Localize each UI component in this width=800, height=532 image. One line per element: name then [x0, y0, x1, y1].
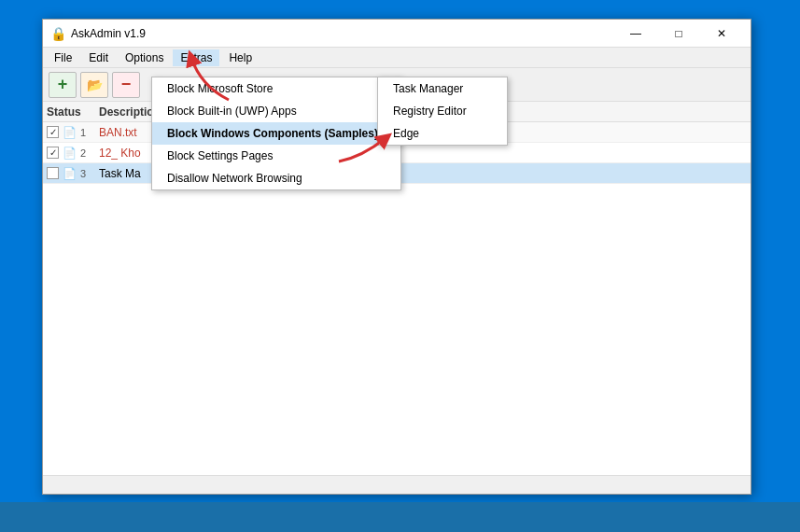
menu-extras[interactable]: Extras [173, 49, 219, 66]
file-icon-2: 📄 [63, 147, 77, 160]
submenu-task-manager[interactable]: Task Manager [378, 77, 507, 100]
row-num-3: 3 [80, 168, 86, 179]
file-icon-1: 📄 [63, 126, 77, 139]
add-button[interactable]: + [49, 72, 77, 98]
menu-bar: File Edit Options Extras Help [43, 48, 751, 68]
delete-button[interactable]: − [112, 72, 140, 98]
submenu-edge[interactable]: Edge [378, 122, 507, 145]
menu-file[interactable]: File [47, 49, 79, 66]
row-num-1: 1 [80, 127, 86, 138]
dropdown-item-block-components[interactable]: Block Windows Components (Samples) ▶ [152, 122, 400, 145]
delete-icon: − [121, 75, 132, 94]
edit-icon: 📂 [87, 77, 103, 92]
status-bar [43, 475, 751, 494]
dropdown-label: Block Settings Pages [167, 149, 273, 162]
title-bar: 🔒 AskAdmin v1.9 — □ ✕ [43, 20, 751, 48]
add-icon: + [58, 75, 68, 94]
submenu-registry-editor[interactable]: Registry Editor [378, 100, 507, 122]
row-status-3: 📄 3 [43, 167, 99, 180]
dropdown-item-block-settings[interactable]: Block Settings Pages [152, 145, 400, 167]
dropdown-item-block-uwp[interactable]: Block Built-in (UWP) Apps [152, 100, 400, 122]
taskbar [0, 502, 800, 532]
col-header-status: Status [43, 105, 99, 119]
dropdown-label: Disallow Network Browsing [167, 172, 302, 185]
window-title: AskAdmin v1.9 [71, 27, 614, 40]
dropdown-label: Block Windows Components (Samples) [167, 127, 378, 140]
row-status-2: 📄 2 [43, 147, 99, 160]
maximize-button[interactable]: □ [657, 20, 700, 48]
menu-edit[interactable]: Edit [81, 49, 116, 66]
app-icon: 🔒 [50, 26, 65, 41]
dropdown-menu: Block Microsoft Store Block Built-in (UW… [151, 77, 401, 190]
dropdown-item-disallow-network[interactable]: Disallow Network Browsing [152, 167, 400, 189]
submenu: Task Manager Registry Editor Edge [377, 77, 508, 146]
checkbox-3[interactable] [47, 167, 59, 179]
edit-button[interactable]: 📂 [80, 72, 108, 98]
extras-dropdown: Block Microsoft Store Block Built-in (UW… [151, 77, 401, 190]
title-bar-controls: — □ ✕ [614, 20, 743, 48]
dropdown-label: Block Microsoft Store [167, 82, 273, 95]
checkbox-2[interactable] [47, 147, 59, 159]
menu-help[interactable]: Help [221, 49, 260, 66]
row-status-1: 📄 1 [43, 126, 99, 139]
checkbox-1[interactable] [47, 126, 59, 138]
row-num-2: 2 [80, 147, 86, 159]
dropdown-label: Block Built-in (UWP) Apps [167, 105, 297, 118]
minimize-button[interactable]: — [614, 20, 657, 48]
file-icon-3: 📄 [63, 167, 77, 180]
menu-options[interactable]: Options [118, 49, 171, 66]
dropdown-item-block-ms-store[interactable]: Block Microsoft Store [152, 77, 400, 100]
submenu-container: Task Manager Registry Editor Edge [377, 77, 508, 146]
close-button[interactable]: ✕ [700, 20, 743, 48]
